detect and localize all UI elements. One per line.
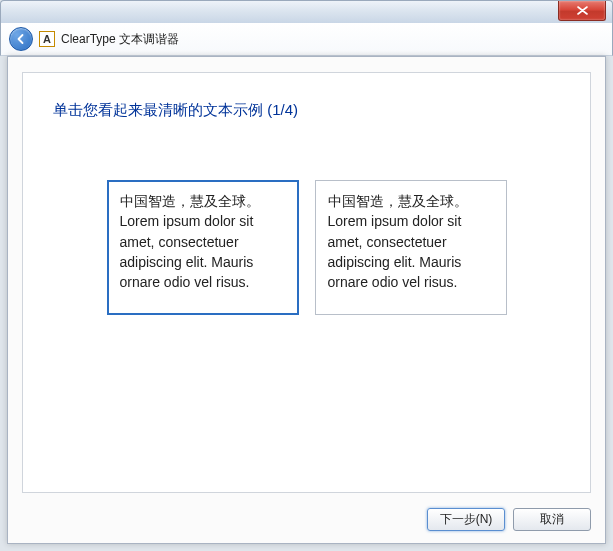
wizard-window: A ClearType 文本调谐器 单击您看起来最清晰的文本示例 (1/4) 中… — [0, 0, 613, 551]
main-panel: 单击您看起来最清晰的文本示例 (1/4) 中国智造，慧及全球。 Lorem ip… — [22, 72, 591, 493]
sample-grid: 中国智造，慧及全球。 Lorem ipsum dolor sit amet, c… — [53, 180, 560, 315]
next-button-label: 下一步(N) — [440, 511, 493, 528]
close-icon — [577, 6, 588, 15]
sample-cjk-text: 中国智造，慧及全球。 — [120, 193, 260, 209]
header-bar: A ClearType 文本调谐器 — [0, 23, 613, 56]
cancel-button[interactable]: 取消 — [513, 508, 591, 531]
footer-buttons: 下一步(N) 取消 — [427, 508, 591, 531]
back-button[interactable] — [9, 27, 33, 51]
back-arrow-icon — [15, 33, 27, 45]
sample-cjk-text: 中国智造，慧及全球。 — [328, 193, 468, 209]
sample-latin-text: Lorem ipsum dolor sit amet, consectetuer… — [328, 213, 462, 290]
text-sample-1[interactable]: 中国智造，慧及全球。 Lorem ipsum dolor sit amet, c… — [107, 180, 299, 315]
sample-latin-text: Lorem ipsum dolor sit amet, consectetuer… — [120, 213, 254, 290]
next-button[interactable]: 下一步(N) — [427, 508, 505, 531]
close-button[interactable] — [558, 1, 606, 21]
app-icon: A — [39, 31, 55, 47]
app-icon-letter: A — [43, 34, 51, 45]
text-sample-2[interactable]: 中国智造，慧及全球。 Lorem ipsum dolor sit amet, c… — [315, 180, 507, 315]
titlebar — [0, 0, 613, 23]
page-heading: 单击您看起来最清晰的文本示例 (1/4) — [53, 101, 560, 120]
cancel-button-label: 取消 — [540, 511, 564, 528]
header-title: ClearType 文本调谐器 — [61, 31, 179, 48]
content-area: 单击您看起来最清晰的文本示例 (1/4) 中国智造，慧及全球。 Lorem ip… — [7, 56, 606, 544]
